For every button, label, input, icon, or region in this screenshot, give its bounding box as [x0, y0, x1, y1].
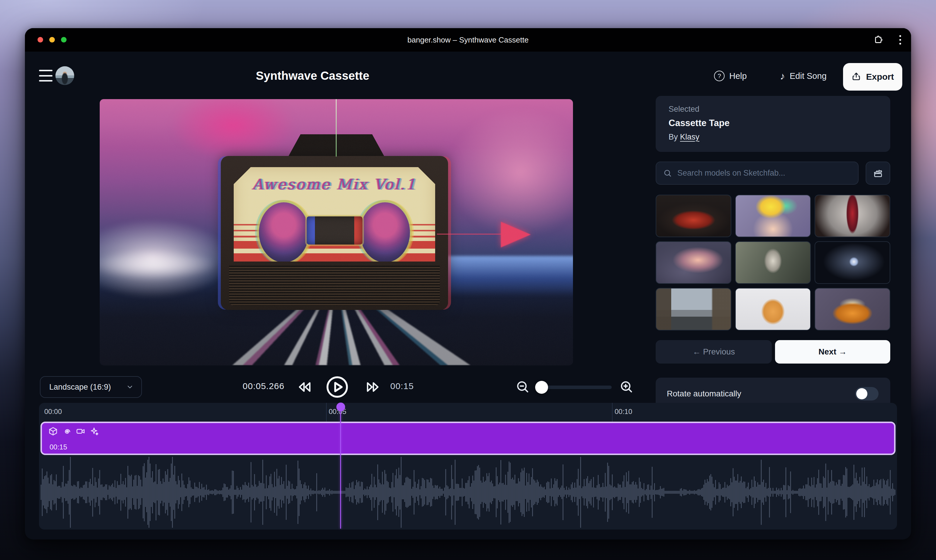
aspect-ratio-value: Landscape (16:9) — [49, 383, 111, 392]
model-thumb-red-sports-car[interactable] — [656, 195, 731, 237]
page-title: Synthwave Cassette — [256, 69, 369, 82]
search-icon — [663, 169, 672, 178]
timeline-panel: 00:00 00:05 00:10 00:15 — [39, 403, 897, 529]
help-label: Help — [729, 71, 747, 81]
ruler-tick[interactable]: 00:00 — [44, 408, 62, 416]
aspect-ratio-dropdown[interactable]: Landscape (16:9) — [40, 376, 142, 398]
model-thumb-skull[interactable] — [735, 241, 811, 284]
model-thumb-abandoned-city-street[interactable] — [656, 288, 731, 331]
author-link[interactable]: Klasy — [680, 132, 699, 141]
help-button[interactable]: ? Help — [714, 66, 747, 86]
my-models-button[interactable] — [866, 162, 890, 185]
video-camera-icon — [76, 426, 85, 436]
model-thumb-shiba-dog[interactable] — [735, 288, 811, 331]
fast-forward-button[interactable] — [365, 379, 381, 395]
browser-menu-icon[interactable] — [895, 35, 905, 45]
help-icon: ? — [714, 71, 725, 81]
maximize-window-button[interactable] — [61, 37, 66, 43]
app-window: banger.show – Synthwave Cassette Synthwa… — [25, 28, 911, 540]
rotate-toggle[interactable] — [855, 387, 879, 400]
search-input[interactable] — [677, 169, 851, 178]
model-thumb-cloudy-sky-island[interactable] — [656, 241, 731, 284]
model-thumb-spiral-galaxy[interactable] — [814, 241, 890, 284]
rotate-label: Rotate automatically — [667, 389, 741, 398]
minimize-window-button[interactable] — [49, 37, 55, 43]
music-note-icon: ♪ — [780, 70, 785, 82]
search-box[interactable] — [656, 162, 859, 185]
menu-button[interactable] — [39, 70, 52, 82]
ruler-tick[interactable]: 00:10 — [614, 408, 632, 416]
model-thumb-red-caped-warrior[interactable] — [814, 195, 890, 237]
scene-clip[interactable]: 00:15 — [40, 422, 896, 455]
zoom-in-icon[interactable] — [619, 379, 634, 395]
sparkles-icon — [90, 426, 99, 436]
model-sidebar: Selected Cassette Tape By Klasy — [656, 96, 890, 152]
audio-waveform[interactable] — [40, 455, 896, 529]
export-button[interactable]: Export — [843, 63, 902, 91]
selected-model-name: Cassette Tape — [668, 118, 878, 128]
spiral-icon — [62, 426, 72, 436]
rewind-button[interactable] — [296, 379, 313, 395]
video-preview-viewport[interactable]: Awesome Mix Vol.1 — [100, 99, 573, 365]
playhead-line — [340, 407, 341, 529]
play-button[interactable] — [326, 376, 348, 398]
model-grid — [656, 195, 890, 331]
playhead-knob[interactable] — [336, 403, 345, 411]
export-icon — [851, 72, 861, 82]
edit-song-label: Edit Song — [790, 71, 827, 81]
extensions-icon[interactable] — [873, 35, 883, 45]
titlebar: banger.show – Synthwave Cassette — [25, 28, 911, 52]
current-time: 00:05.266 — [230, 381, 285, 391]
cube-icon — [48, 426, 58, 436]
next-page-button[interactable]: Next → — [775, 340, 890, 363]
clapperboard-icon — [873, 168, 883, 178]
avatar[interactable] — [55, 66, 74, 85]
zoom-out-icon[interactable] — [515, 379, 530, 395]
model-thumb-orange-toy-car[interactable] — [814, 288, 890, 331]
chevron-down-icon — [126, 383, 134, 391]
edit-song-button[interactable]: ♪ Edit Song — [780, 66, 827, 86]
previous-page-button[interactable]: ← Previous — [656, 340, 772, 363]
model-thumb-anime-girl[interactable] — [735, 195, 811, 237]
clip-duration: 00:15 — [49, 443, 67, 451]
selected-model-card: Selected Cassette Tape By Klasy — [656, 96, 890, 152]
selected-label: Selected — [668, 105, 878, 114]
close-window-button[interactable] — [37, 37, 43, 43]
timeline-zoom-knob[interactable] — [535, 381, 548, 394]
window-title: banger.show – Synthwave Cassette — [407, 35, 528, 45]
export-label: Export — [866, 72, 894, 82]
by-prefix: By — [668, 132, 678, 141]
total-duration: 00:15 — [390, 381, 414, 391]
